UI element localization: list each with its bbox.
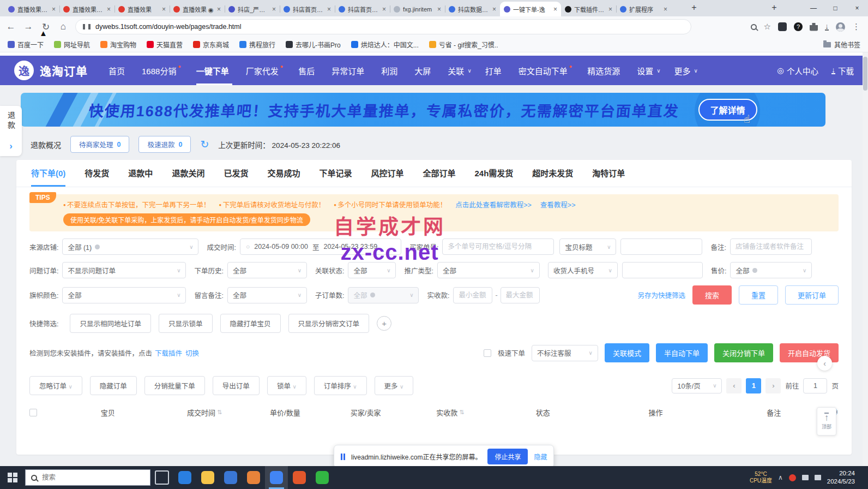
order-action-button[interactable]: 关联模式 [605,343,649,362]
app-nav-item[interactable]: 设置 ∨ [637,56,660,85]
order-status-tab[interactable]: 下单记录 [319,160,352,187]
start-button[interactable] [0,466,25,489]
download-plugin-link[interactable]: 下载插件 [155,348,182,358]
taskbar-app-icon[interactable] [219,466,242,489]
app-nav-item[interactable]: 利润 [381,56,401,85]
back-to-top-fab[interactable]: ↑ 顶部 [817,407,836,436]
cs-mark-select[interactable]: 不标注客服 ∨ [532,345,598,361]
quick-filter-locked-only[interactable]: 只显示锁单 [159,314,213,333]
page-scrollbar[interactable] [863,52,868,466]
close-button[interactable]: × [846,4,868,12]
quick-filter-cipher-only[interactable]: 只显示分销密文订单 [288,314,370,333]
paid-min-input[interactable] [453,287,492,303]
bookmark-star-icon[interactable]: ☆ [764,22,771,32]
antivirus-tray-icon[interactable] [789,474,796,481]
tab-close-icon[interactable]: × [437,5,441,13]
app-nav-item[interactable]: 精选货源 [587,56,623,85]
taskbar-app-icon[interactable] [311,466,334,489]
save-quick-filter-link[interactable]: 另存为快捷筛选 [637,290,685,300]
site-info-icon[interactable] [83,24,91,29]
taskbar-search[interactable] [25,469,150,486]
app-nav-item[interactable]: 打单 [485,56,505,85]
browser-tab[interactable]: 一键下单-逸 × [500,2,561,16]
tab-close-icon[interactable]: × [553,5,557,13]
app-nav-item[interactable]: 大屏 [414,56,434,85]
bookmark-item[interactable]: 网址导航 [54,40,90,49]
flag-color-select[interactable]: 全部 ∨ [62,287,186,303]
browser-tab[interactable]: 直播效果_三 × [4,2,59,16]
app-nav-item[interactable]: 关联 ∨ [448,56,471,85]
app-logo-icon[interactable]: 逸 [14,61,34,80]
tab-close-icon[interactable]: × [52,5,56,13]
message-remark-select[interactable]: 全部 ∨ [227,287,307,303]
taskbar-app-icon[interactable] [242,466,265,489]
app-nav-item[interactable]: 售后 [298,56,318,85]
maximize-button[interactable]: □ [824,4,846,12]
bookmark-item[interactable]: 携程旅行 [239,40,275,49]
suborder-count-select[interactable]: 全部 ∨ [348,287,419,303]
order-status-tab[interactable]: 待发货 [85,160,109,187]
browser-tab[interactable]: 直播效果-批 × [59,2,114,16]
goto-page-input[interactable] [803,378,827,393]
decrypt-tutorial-link[interactable]: 点击此处查看解密教程>> [455,199,532,210]
fast-refund-button[interactable]: 极速退款 0 [138,136,191,153]
tampermonkey-extension-icon[interactable] [778,22,787,31]
taskbar-app-icon[interactable] [265,466,288,489]
receiver-phone-select[interactable]: 收货人手机号 ∨ [548,262,618,278]
display-tray-icon[interactable] [802,475,809,480]
browser-tab[interactable]: 直播效果 ◉ × [170,2,225,16]
browser-tab[interactable]: 抖店首页 - 抖 × [280,2,335,16]
bookmarks-folder[interactable]: 其他书签 [823,40,860,49]
bulk-action-button[interactable]: 分销批量下单 [144,376,205,395]
minimize-button[interactable]: — [803,4,824,12]
quick-filter-same-address[interactable]: 只显示相同地址订单 [70,314,151,333]
bookmark-item[interactable]: 淘宝购物 [100,40,136,49]
extensions-puzzle-icon[interactable] [810,23,818,31]
order-history-select[interactable]: 全部 ∨ [227,262,307,278]
tab-close-icon[interactable]: × [382,5,386,13]
hide-share-bar-link[interactable]: 隐藏 [534,452,547,461]
new-tab-button[interactable]: + [688,1,701,14]
order-number-input[interactable] [442,238,554,255]
app-nav-item[interactable]: 首页 [108,56,128,85]
tab-close-icon[interactable]: × [327,5,331,13]
browser-tab[interactable]: fxg.jinritem × [390,2,445,16]
tab-close-icon[interactable]: × [107,5,111,13]
expand-arrow-icon[interactable]: › [0,141,22,152]
quick-filter-hide-printed[interactable]: 隐藏打单宝贝 [220,314,281,333]
sort-icon[interactable]: ⇅ [459,409,464,416]
order-status-tab[interactable]: 全部订单 [423,160,455,187]
tab-close-icon[interactable]: × [162,5,166,13]
user-center-link[interactable]: ◎ 个人中心 [777,65,818,76]
bulk-action-button[interactable]: 锁单 ∨ [267,376,306,395]
new-tab-button[interactable]: + [768,1,781,14]
search-button[interactable]: 搜索 [692,285,732,305]
tab-close-icon[interactable]: × [217,5,221,13]
order-action-button[interactable]: 关闭分销下单 [714,343,773,362]
relation-status-select[interactable]: 全部 ∨ [348,262,396,278]
bookmark-item[interactable]: 烘焙达人：中国文... [351,40,419,49]
tab-close-icon[interactable]: × [492,5,496,13]
column-deal-time[interactable]: 成交时间⇅ [161,407,248,418]
app-nav-item[interactable]: 1688分销 ● [142,56,183,85]
order-status-tab[interactable]: 24h需发货 [474,160,513,187]
problem-order-select[interactable]: 不显示问题订单 ∨ [62,262,186,278]
taskbar-clock[interactable]: 20:24 2024/5/23 [827,469,855,486]
reset-button[interactable]: 重置 [739,285,778,305]
order-status-tab[interactable]: 退款关闭 [172,160,204,187]
bulk-action-button[interactable]: 隐藏订单 [90,376,137,395]
bulk-action-button[interactable]: 导出订单 [213,376,260,395]
bookmark-item[interactable]: 京东商城 [193,40,229,49]
taskbar-app-icon[interactable] [288,466,311,489]
app-nav-item[interactable]: 厂家代发 ● [246,56,285,85]
tab-close-icon[interactable]: × [272,5,276,13]
item-title-select[interactable]: 宝贝标题 ∨ [559,238,616,255]
order-status-tab[interactable]: 淘特订单 [592,160,625,187]
refresh-icon[interactable]: ↻ [200,138,209,151]
browser-tab[interactable]: 抖店_严选批 × [225,2,280,16]
promo-type-select[interactable]: 全部 ∨ [437,262,540,278]
paid-max-input[interactable] [501,287,540,303]
scrollbar-thumb[interactable] [863,57,867,91]
collapse-panel-fab[interactable]: ‹ [817,356,832,371]
profile-avatar[interactable] [836,22,845,32]
